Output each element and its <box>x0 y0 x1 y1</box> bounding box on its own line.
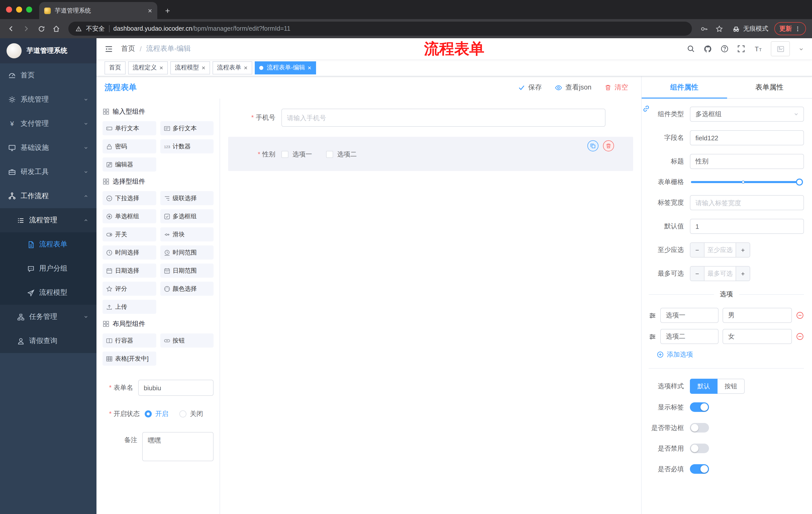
form-name-input[interactable] <box>138 380 213 396</box>
option1-label-input[interactable] <box>660 308 719 323</box>
tag-close-icon[interactable] <box>244 65 248 70</box>
reload-icon[interactable] <box>34 22 48 36</box>
label-width-input[interactable] <box>690 195 804 210</box>
show-label-toggle[interactable] <box>690 402 709 412</box>
home-icon[interactable] <box>49 22 63 36</box>
sidebar-item-process-form[interactable]: 流程表单 <box>0 232 96 256</box>
tab-component-props[interactable]: 组件属性 <box>642 77 727 98</box>
sidebar-item-system[interactable]: 系统管理 <box>0 87 96 112</box>
tag-process-form[interactable]: 流程表单 <box>212 61 252 74</box>
copy-field-button[interactable] <box>587 140 599 152</box>
default-value-input[interactable] <box>690 219 804 234</box>
canvas-field-phone[interactable]: 手机号 <box>228 106 633 130</box>
avatar[interactable] <box>771 41 790 56</box>
palette-item-radio-group[interactable]: 单选框组 <box>103 209 156 223</box>
sidebar-item-infrastructure[interactable]: 基础设施 <box>0 136 96 160</box>
search-icon[interactable] <box>687 45 695 53</box>
breadcrumb-home[interactable]: 首页 <box>121 44 135 53</box>
collapse-sidebar-icon[interactable] <box>105 45 113 53</box>
palette-item-time-picker[interactable]: 时间选择 <box>103 245 156 260</box>
palette-item-date-picker[interactable]: 日期选择 <box>103 264 156 278</box>
decrease-button[interactable] <box>690 267 704 281</box>
help-icon[interactable] <box>721 45 729 53</box>
phone-input[interactable] <box>281 109 606 127</box>
option2-label-input[interactable] <box>660 329 719 344</box>
sidebar-logo[interactable]: 芋道管理系统 <box>0 38 96 63</box>
status-off-radio[interactable]: 关闭 <box>179 406 203 422</box>
sidebar-item-workflow[interactable]: 工作流程 <box>0 184 96 208</box>
palette-item-editor[interactable]: 编辑器 <box>103 157 156 171</box>
close-window-button[interactable] <box>6 6 12 12</box>
sidebar-item-process-mgmt[interactable]: 流程管理 <box>0 208 96 232</box>
max-count-input[interactable] <box>704 267 736 281</box>
view-json-button[interactable]: 查看json <box>555 83 591 92</box>
drag-handle-icon[interactable] <box>649 312 656 319</box>
browser-tab[interactable]: 芋道管理系统 <box>39 2 157 19</box>
palette-item-select[interactable]: 下拉选择 <box>103 191 156 205</box>
slider-handle[interactable] <box>796 179 803 186</box>
title-input[interactable] <box>690 154 804 169</box>
password-key-icon[interactable] <box>697 22 711 36</box>
required-toggle[interactable] <box>690 464 709 474</box>
tag-close-icon[interactable] <box>202 65 205 70</box>
min-count-input[interactable] <box>704 243 736 257</box>
component-type-select[interactable]: 多选框组 <box>690 107 804 122</box>
security-warning-icon[interactable] <box>76 25 82 32</box>
clear-button[interactable]: 清空 <box>605 83 628 92</box>
sidebar-item-process-model[interactable]: 流程模型 <box>0 281 96 305</box>
minimize-window-button[interactable] <box>16 6 22 12</box>
sidebar-item-leave-query[interactable]: 请假查询 <box>0 329 96 353</box>
update-button[interactable]: 更新 <box>774 22 806 35</box>
github-icon[interactable] <box>703 45 712 53</box>
palette-item-row-container[interactable]: 行容器 <box>103 333 156 348</box>
fullscreen-icon[interactable] <box>737 45 745 53</box>
tag-home[interactable]: 首页 <box>105 61 126 74</box>
disabled-toggle[interactable] <box>690 443 709 453</box>
tag-process-definition[interactable]: 流程定义 <box>128 61 168 74</box>
palette-item-upload[interactable]: 上传 <box>103 300 156 314</box>
gender-option2-checkbox[interactable]: 选项二 <box>326 150 357 159</box>
form-remark-textarea[interactable]: 嘿嘿 <box>142 432 213 461</box>
palette-item-date-range[interactable]: 日期范围 <box>160 264 213 278</box>
tag-process-model[interactable]: 流程模型 <box>170 61 210 74</box>
palette-item-rate[interactable]: 评分 <box>103 282 156 296</box>
palette-item-checkbox-group[interactable]: 多选框组 <box>160 209 213 223</box>
palette-item-color-picker[interactable]: 颜色选择 <box>160 282 213 296</box>
border-toggle[interactable] <box>690 423 709 433</box>
back-icon[interactable] <box>4 22 18 36</box>
tab-close-icon[interactable] <box>148 8 152 13</box>
sidebar-item-home[interactable]: 首页 <box>0 63 96 87</box>
palette-item-cascader[interactable]: 级联选择 <box>160 191 213 205</box>
option2-value-input[interactable] <box>723 329 792 344</box>
palette-item-switch[interactable]: 开关 <box>103 227 156 241</box>
remove-option-icon[interactable] <box>796 332 804 341</box>
canvas-field-gender-selected[interactable]: 性别 选项一 选项二 <box>228 137 633 171</box>
palette-item-time-range[interactable]: 时间范围 <box>160 245 213 260</box>
save-button[interactable]: 保存 <box>518 83 542 92</box>
decrease-button[interactable] <box>690 243 704 257</box>
sidebar-item-payment[interactable]: ¥ 支付管理 <box>0 112 96 136</box>
style-button-button[interactable]: 按钮 <box>718 379 745 394</box>
increase-button[interactable] <box>736 267 750 281</box>
maximize-window-button[interactable] <box>26 6 32 12</box>
avatar-caret-icon[interactable] <box>799 46 804 52</box>
remove-option-icon[interactable] <box>796 311 804 319</box>
status-on-radio[interactable]: 开启 <box>145 406 168 422</box>
option1-value-input[interactable] <box>723 308 792 323</box>
sidebar-item-user-group[interactable]: 用户分组 <box>0 256 96 281</box>
grid-slider[interactable] <box>691 181 800 183</box>
palette-item-password[interactable]: 密码 <box>103 139 156 154</box>
drag-handle-icon[interactable] <box>649 333 656 340</box>
style-default-button[interactable]: 默认 <box>690 379 718 394</box>
palette-item-counter[interactable]: 123计数器 <box>160 139 213 154</box>
tag-close-icon[interactable] <box>308 65 312 70</box>
tab-form-props[interactable]: 表单属性 <box>727 77 812 98</box>
increase-button[interactable] <box>736 243 750 257</box>
delete-field-button[interactable] <box>603 140 614 152</box>
palette-item-multi-text[interactable]: 多行文本 <box>160 121 213 135</box>
palette-item-table[interactable]: 表格[开发中] <box>103 352 156 366</box>
field-name-input[interactable] <box>690 130 804 145</box>
font-size-icon[interactable]: TT <box>754 45 762 53</box>
link-icon[interactable] <box>642 105 650 113</box>
new-tab-button[interactable] <box>160 3 174 18</box>
